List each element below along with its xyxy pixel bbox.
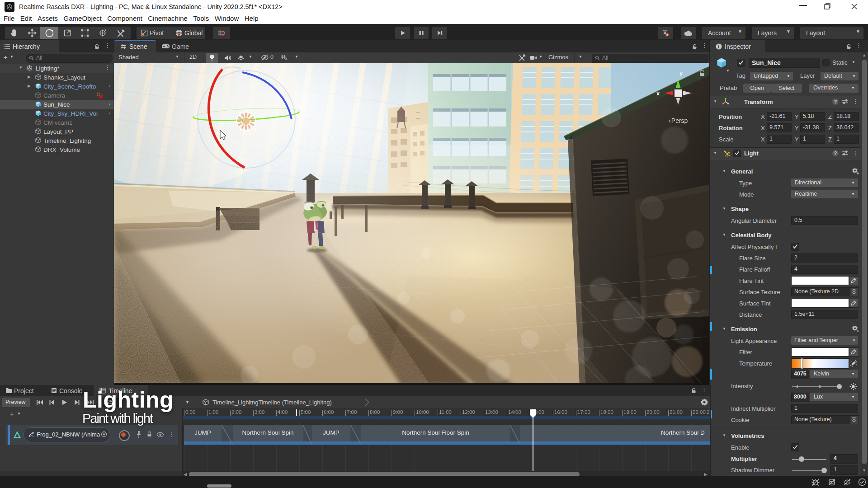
svg-text:?: ?: [834, 99, 837, 104]
svg-text:?: ?: [834, 151, 837, 156]
svg-text:x: x: [656, 90, 660, 97]
svg-text:y: y: [679, 70, 683, 76]
svg-text:‹ Persp: ‹ Persp: [669, 117, 688, 124]
